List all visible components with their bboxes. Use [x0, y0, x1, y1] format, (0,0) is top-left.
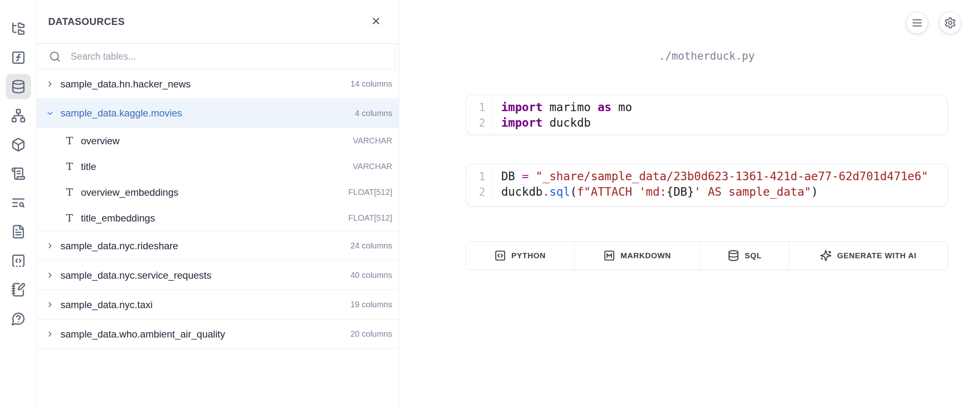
column-row[interactable]: Ttitle_embeddingsFLOAT[512] [37, 205, 399, 231]
chevron-right-icon [46, 80, 54, 88]
column-name: overview_embeddings [81, 187, 343, 198]
sidebar-item-functions[interactable] [0, 43, 37, 72]
sidebar-item-datasources[interactable] [0, 72, 37, 101]
search-box [37, 44, 395, 69]
table-column-count: 4 columns [355, 109, 392, 118]
add-python-cell-button[interactable]: PYTHON [466, 242, 574, 269]
line-number: 1 [466, 169, 491, 184]
panel-header: DATASOURCES [37, 0, 399, 44]
table-group: sample_data.nyc.taxi19 columns [37, 290, 399, 320]
notebook-filename[interactable]: ./motherduck.py [466, 50, 948, 62]
code-cell[interactable]: 1import marimo as mo2import duckdb [466, 95, 948, 135]
column-type: VARCHAR [353, 162, 392, 171]
chevron-right-icon [46, 271, 54, 280]
column-row[interactable]: TtitleVARCHAR [37, 154, 399, 179]
notebook-pen-icon [11, 282, 26, 297]
sidebar-item-packages[interactable] [0, 130, 37, 159]
table-list: sample_data.hn.hacker_news14 columnssamp… [37, 69, 399, 349]
column-name: title_embeddings [81, 212, 343, 224]
sidebar-item-scratchpad[interactable] [0, 275, 37, 304]
marimo-app: DATASOURCES sample_data.hn.hacker_news14… [0, 0, 980, 407]
square-code-icon [494, 250, 506, 262]
table-name: sample_data.nyc.taxi [60, 299, 344, 311]
add-cell-button-label: PYTHON [511, 251, 546, 260]
table-group: sample_data.nyc.rideshare24 columns [37, 231, 399, 261]
header-actions [906, 12, 961, 34]
table-column-count: 19 columns [350, 300, 392, 309]
sidebar-item-tracebacks[interactable] [0, 188, 37, 217]
database-icon [728, 250, 739, 262]
settings-icon [944, 17, 956, 29]
search-icon [49, 51, 61, 63]
table-name: sample_data.kaggle.movies [60, 107, 349, 119]
scroll-text-icon [11, 166, 26, 181]
table-row[interactable]: sample_data.hn.hacker_news14 columns [37, 69, 399, 98]
add-cell-button-label: MARKDOWN [621, 251, 671, 260]
code-text[interactable]: import marimo as mo [491, 100, 632, 115]
sidebar-item-dependency-graph[interactable] [0, 101, 37, 130]
code-text[interactable]: DB = "_share/sample_data/23b0d623-1361-4… [491, 169, 928, 184]
column-type: FLOAT[512] [348, 188, 392, 197]
table-column-count: 20 columns [350, 329, 392, 339]
notebook-menu-button[interactable] [906, 12, 928, 34]
generate-with-ai-button[interactable]: GENERATE WITH AI [789, 242, 947, 269]
code-line: 2import duckdb [466, 115, 947, 131]
close-panel-button[interactable] [371, 16, 382, 28]
table-name: sample_data.who.ambient_air_quality [60, 329, 344, 340]
text-type-icon: T [64, 212, 75, 224]
box-icon [11, 137, 26, 152]
square-m-icon [603, 250, 615, 262]
table-name: sample_data.nyc.service_requests [60, 270, 344, 281]
database-icon [11, 79, 26, 94]
column-name: overview [81, 135, 347, 147]
sidebar-item-help-chat[interactable] [0, 304, 37, 333]
code-cell[interactable]: 1DB = "_share/sample_data/23b0d623-1361-… [466, 164, 948, 206]
activity-bar [0, 0, 37, 407]
column-row[interactable]: ToverviewVARCHAR [37, 128, 399, 154]
chevron-down-icon [46, 109, 54, 118]
text-type-icon: T [64, 186, 75, 198]
table-row[interactable]: sample_data.who.ambient_air_quality20 co… [37, 320, 399, 349]
chevron-right-icon [46, 330, 54, 338]
table-group: sample_data.hn.hacker_news14 columns [37, 69, 399, 99]
sidebar-item-snippets[interactable] [0, 246, 37, 275]
sidebar-item-logs[interactable] [0, 159, 37, 188]
table-group: sample_data.kaggle.movies4 columnsToverv… [37, 99, 399, 231]
sidebar-item-documentation[interactable] [0, 217, 37, 246]
search-tables-input[interactable] [70, 51, 395, 63]
table-group: sample_data.who.ambient_air_quality20 co… [37, 320, 399, 349]
table-name: sample_data.hn.hacker_news [60, 78, 344, 90]
table-group: sample_data.nyc.service_requests40 colum… [37, 261, 399, 290]
code-line: 1DB = "_share/sample_data/23b0d623-1361-… [466, 169, 947, 184]
table-row[interactable]: sample_data.nyc.taxi19 columns [37, 290, 399, 319]
table-column-count: 40 columns [350, 271, 392, 280]
text-search-icon [11, 195, 26, 210]
add-sql-cell-button[interactable]: SQL [701, 242, 789, 269]
text-type-icon: T [64, 135, 75, 147]
table-row[interactable]: sample_data.kaggle.movies4 columns [37, 99, 399, 128]
line-number: 2 [466, 115, 491, 131]
table-row[interactable]: sample_data.nyc.service_requests40 colum… [37, 261, 399, 290]
add-markdown-cell-button[interactable]: MARKDOWN [574, 242, 701, 269]
table-name: sample_data.nyc.rideshare [60, 240, 344, 252]
table-column-count: 24 columns [350, 241, 392, 250]
chevron-right-icon [46, 300, 54, 309]
square-function-icon [11, 50, 26, 65]
panel-title: DATASOURCES [48, 16, 125, 27]
folder-tree-icon [11, 21, 26, 36]
settings-button[interactable] [939, 12, 961, 34]
code-text[interactable]: import duckdb [491, 115, 591, 131]
message-circle-question-icon [11, 311, 26, 326]
code-line: 2duckdb.sql(f"ATTACH 'md:{DB}' AS sample… [466, 184, 947, 200]
table-column-count: 14 columns [350, 79, 392, 89]
table-row[interactable]: sample_data.nyc.rideshare24 columns [37, 231, 399, 260]
add-cell-bar: PYTHONMARKDOWNSQLGENERATE WITH AI [466, 242, 948, 270]
column-type: FLOAT[512] [348, 213, 392, 223]
sidebar-item-file-explorer[interactable] [0, 14, 37, 43]
line-number: 2 [466, 184, 491, 200]
line-number: 1 [466, 100, 491, 115]
column-row[interactable]: Toverview_embeddingsFLOAT[512] [37, 179, 399, 205]
file-text-icon [11, 224, 26, 239]
column-type: VARCHAR [353, 136, 392, 145]
code-text[interactable]: duckdb.sql(f"ATTACH 'md:{DB}' AS sample_… [491, 184, 818, 200]
